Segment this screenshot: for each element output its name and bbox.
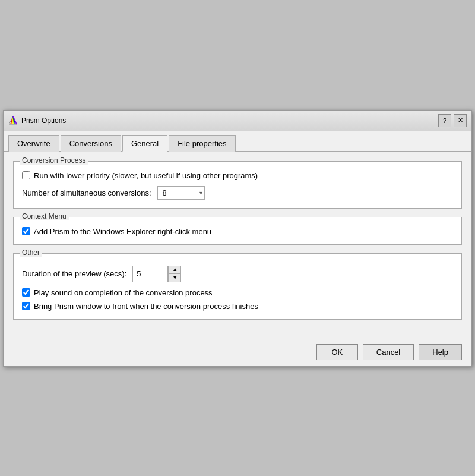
spinner-up-button[interactable]: ▲ (169, 266, 180, 274)
title-bar-controls: ? ✕ (438, 114, 467, 127)
conversion-process-title: Conversion Process (20, 156, 88, 165)
num-simultaneous-label: Number of simultaneous conversions: (22, 188, 151, 197)
run-lower-priority-label[interactable]: Run with lower priority (slower, but use… (34, 171, 258, 180)
duration-input[interactable] (132, 266, 168, 282)
add-prism-label[interactable]: Add Prism to the Windows Explorer right-… (34, 227, 211, 236)
app-icon (8, 116, 18, 125)
button-bar: OK Cancel Help (4, 338, 471, 366)
run-lower-priority-checkbox[interactable] (22, 171, 30, 179)
tab-conversions[interactable]: Conversions (61, 135, 121, 152)
duration-row: Duration of the preview (secs): ▲ ▼ (22, 266, 453, 282)
other-inner: Duration of the preview (secs): ▲ ▼ Play… (22, 266, 453, 311)
context-menu-section: Context Menu Add Prism to the Windows Ex… (13, 217, 462, 245)
tab-overwrite[interactable]: Overwrite (8, 135, 59, 152)
title-bar: Prism Options ? ✕ (4, 111, 471, 131)
add-prism-row: Add Prism to the Windows Explorer right-… (22, 227, 453, 236)
run-lower-priority-row: Run with lower priority (slower, but use… (22, 171, 453, 180)
num-simultaneous-select[interactable]: 8 1 2 4 16 (157, 186, 205, 200)
spinner-wrapper: ▲ ▼ (132, 266, 181, 282)
play-sound-row: Play sound on completion of the conversi… (22, 288, 453, 297)
title-bar-left: Prism Options (8, 116, 66, 125)
add-prism-checkbox[interactable] (22, 227, 30, 235)
duration-spinner: ▲ ▼ (168, 266, 181, 282)
main-window: Prism Options ? ✕ Overwrite Conversions … (3, 110, 472, 367)
tabs-bar: Overwrite Conversions General File prope… (4, 131, 471, 152)
spinner-down-button[interactable]: ▼ (169, 274, 180, 282)
tab-content: Conversion Process Run with lower priori… (4, 152, 471, 338)
help-icon-button[interactable]: ? (438, 114, 451, 127)
close-button[interactable]: ✕ (454, 114, 467, 127)
bring-prism-row: Bring Prism window to front when the con… (22, 302, 453, 311)
window-title: Prism Options (21, 116, 66, 125)
context-menu-title: Context Menu (20, 212, 69, 220)
conversion-process-inner: Run with lower priority (slower, but use… (22, 171, 453, 200)
duration-label: Duration of the preview (secs): (22, 269, 126, 278)
help-button[interactable]: Help (419, 344, 462, 360)
cancel-button[interactable]: Cancel (363, 344, 414, 360)
ok-button[interactable]: OK (316, 344, 358, 360)
play-sound-label[interactable]: Play sound on completion of the conversi… (34, 288, 213, 297)
bring-prism-label[interactable]: Bring Prism window to front when the con… (34, 302, 258, 311)
other-section: Other Duration of the preview (secs): ▲ … (13, 253, 462, 320)
other-title: Other (20, 248, 42, 257)
context-menu-inner: Add Prism to the Windows Explorer right-… (22, 227, 453, 236)
tab-file-properties[interactable]: File properties (169, 135, 235, 152)
tab-general[interactable]: General (122, 135, 167, 152)
bring-prism-checkbox[interactable] (22, 302, 30, 310)
play-sound-checkbox[interactable] (22, 288, 30, 297)
num-simultaneous-row: Number of simultaneous conversions: 8 1 … (22, 186, 453, 200)
conversion-process-section: Conversion Process Run with lower priori… (13, 161, 462, 209)
num-simultaneous-dropdown-container: 8 1 2 4 16 ▾ (157, 186, 205, 200)
